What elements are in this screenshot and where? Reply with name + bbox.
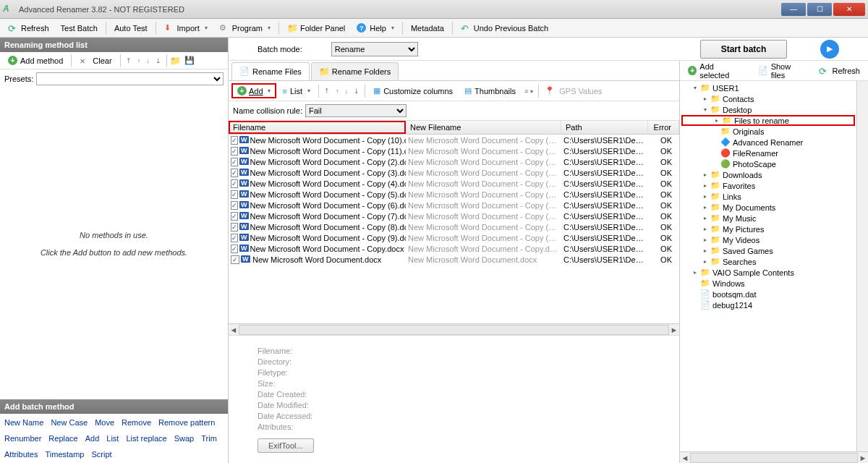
tree-node[interactable]: ▸📁Files to rename [681, 115, 855, 126]
table-row[interactable]: New Microsoft Word Document - Copy (4).d… [229, 178, 679, 189]
checkbox-icon[interactable] [231, 147, 238, 156]
tree-node[interactable]: ▸📁VAIO Sample Contents [681, 267, 855, 278]
expand-icon[interactable]: ▸ [702, 247, 708, 254]
batch-method-new-name[interactable]: New Name [4, 418, 43, 427]
checkbox-icon[interactable] [231, 234, 238, 242]
expand-icon[interactable] [712, 128, 718, 135]
expand-icon[interactable] [692, 291, 698, 297]
tree-node[interactable]: ▸📁Favorites [681, 180, 855, 191]
batch-method-script[interactable]: Script [91, 450, 111, 459]
refresh-button[interactable]: Refresh [3, 20, 54, 36]
expand-icon[interactable] [692, 302, 698, 308]
tree-node[interactable]: 🟢PhotoScape [681, 158, 855, 169]
clear-button[interactable]: Clear [75, 53, 116, 69]
table-row[interactable]: New Microsoft Word Document - Copy (8).d… [229, 221, 679, 232]
expand-icon[interactable]: ▸ [702, 237, 708, 243]
expand-icon[interactable]: ▸ [692, 269, 698, 276]
col-newname[interactable]: New Filename [406, 121, 561, 134]
expand-icon[interactable]: ▸ [702, 193, 708, 200]
tree-vscroll[interactable] [856, 81, 868, 451]
close-button[interactable]: ✕ [833, 3, 865, 16]
folder-tree[interactable]: ▾📁USER1▸📁Contacts▾📁Desktop▸📁Files to ren… [680, 81, 856, 451]
tab-rename-files[interactable]: Rename Files [231, 62, 310, 80]
batch-mode-select[interactable]: Rename [331, 42, 418, 56]
checkbox-icon[interactable] [231, 190, 238, 199]
exiftool-button[interactable]: ExifTool... [258, 438, 314, 453]
expand-icon[interactable]: ▾ [702, 106, 708, 113]
list-menu[interactable]: ≡List [278, 84, 316, 98]
test-batch-button[interactable]: Test Batch [56, 21, 103, 35]
show-files-button[interactable]: 📄Show files [753, 59, 810, 82]
table-row[interactable]: New Microsoft Word Document - Copy (7).d… [229, 211, 679, 221]
save-icon[interactable]: 💾 [184, 56, 195, 65]
table-row[interactable]: New Microsoft Word Document - Copy (9).d… [229, 232, 679, 243]
table-row[interactable]: New Microsoft Word Document - Copy (10).… [229, 135, 679, 145]
batch-method-add[interactable]: Add [85, 434, 100, 443]
tree-node[interactable]: ▸📁Downloads [681, 169, 855, 180]
batch-method-timestamp[interactable]: Timestamp [45, 450, 84, 459]
expand-icon[interactable] [712, 161, 718, 167]
expand-icon[interactable] [692, 280, 698, 286]
play-button[interactable] [820, 40, 839, 59]
checkbox-icon[interactable] [231, 179, 238, 188]
pin-icon[interactable]: 📍 [545, 86, 555, 95]
table-row[interactable]: New Microsoft Word Document - Copy (3).d… [229, 167, 679, 178]
add-files-button[interactable]: Add [231, 83, 276, 98]
tree-node[interactable]: 🔴FileRenamer [681, 148, 855, 158]
batch-method-list[interactable]: List [106, 434, 119, 443]
tree-node[interactable]: ▾📁Desktop [681, 104, 855, 115]
program-menu[interactable]: Program [214, 20, 276, 36]
expand-icon[interactable]: ▸ [702, 226, 708, 232]
tree-node[interactable]: 🔷Advanced Renamer [681, 137, 855, 148]
tree-hscroll[interactable]: ◄► [680, 451, 868, 463]
checkbox-icon[interactable] [231, 136, 238, 145]
open-folder-icon[interactable] [170, 56, 180, 66]
customize-columns-button[interactable]: ▦Customize columns [368, 83, 458, 98]
maximize-button[interactable]: ☐ [807, 3, 832, 16]
auto-test-button[interactable]: Auto Test [109, 21, 153, 35]
batch-method-renumber[interactable]: Renumber [4, 434, 41, 443]
table-row[interactable]: New Microsoft Word Document - Copy (11).… [229, 145, 679, 156]
checkbox-icon[interactable] [231, 245, 238, 253]
metadata-button[interactable]: Metadata [406, 21, 449, 35]
sort-up-icon[interactable]: ↑ [333, 88, 341, 95]
tree-node[interactable]: 📄bootsqm.dat [681, 289, 855, 300]
tree-node[interactable]: ▸📁Saved Games [681, 245, 855, 256]
col-filename[interactable]: Filename [229, 121, 406, 134]
tree-node[interactable]: ▸📁My Pictures [681, 224, 855, 234]
expand-icon[interactable] [712, 139, 718, 145]
expand-icon[interactable]: ▸ [702, 258, 708, 265]
table-row[interactable]: New Microsoft Word Document - Copy (2).d… [229, 156, 679, 167]
move-down-icon[interactable]: ↓ [144, 57, 152, 64]
checkbox-icon[interactable] [231, 169, 238, 177]
sort-down-icon[interactable]: ↓ [343, 88, 351, 95]
batch-method-swap[interactable]: Swap [174, 434, 195, 443]
table-row[interactable]: New Microsoft Word Document - Copy (6).d… [229, 200, 679, 211]
tree-node[interactable]: ▸📁My Documents [681, 202, 855, 213]
folder-panel-button[interactable]: Folder Panel [282, 20, 350, 36]
tab-rename-folders[interactable]: Rename Folders [311, 62, 399, 80]
sort-bottom-icon[interactable]: ⤓ [352, 88, 362, 95]
tree-node[interactable]: ▸📁Contacts [681, 93, 855, 104]
tree-refresh-button[interactable]: Refresh [814, 63, 865, 79]
add-selected-button[interactable]: Add selected [683, 59, 749, 82]
batch-method-list-replace[interactable]: List replace [126, 434, 166, 443]
batch-method-remove-pattern[interactable]: Remove pattern [158, 418, 215, 427]
batch-method-move[interactable]: Move [95, 418, 114, 427]
add-method-button[interactable]: Add method [3, 53, 68, 68]
presets-select[interactable] [36, 72, 224, 85]
table-row[interactable]: New Microsoft Word Document - Copy.docxN… [229, 243, 679, 254]
sort-top-icon[interactable]: ⤒ [322, 88, 332, 95]
checkbox-icon[interactable] [231, 158, 238, 166]
expand-icon[interactable]: ▸ [713, 117, 720, 124]
checkbox-icon[interactable] [231, 255, 239, 264]
start-batch-button[interactable]: Start batch [700, 40, 787, 59]
batch-method-replace[interactable]: Replace [48, 434, 77, 443]
move-up-icon[interactable]: ↑ [135, 57, 143, 64]
batch-method-attributes[interactable]: Attributes [4, 450, 38, 459]
files-grid[interactable]: Filename New Filename Path Error New Mic… [229, 121, 679, 323]
expand-icon[interactable]: ▾ [692, 85, 698, 91]
move-top-icon[interactable]: ⤒ [124, 57, 134, 64]
table-row[interactable]: New Microsoft Word Document.docxNew Micr… [229, 254, 679, 265]
tree-node[interactable]: 📁Originals [681, 126, 855, 137]
